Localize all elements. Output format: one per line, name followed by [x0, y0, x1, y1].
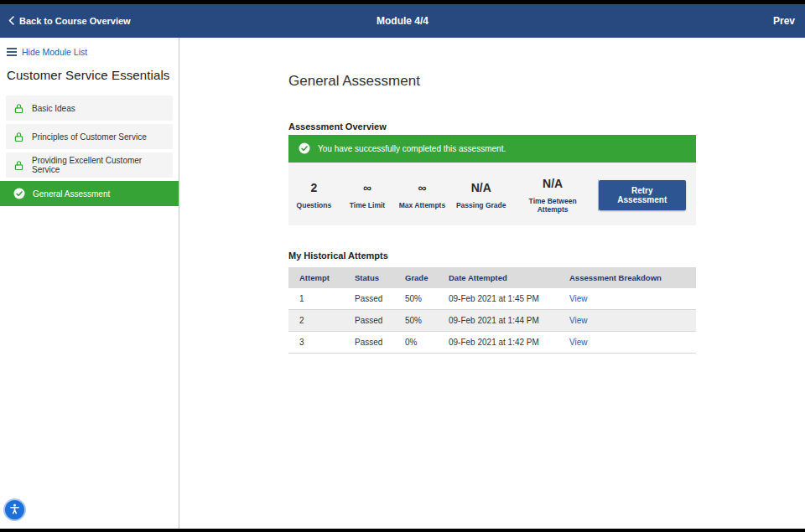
course-title: Customer Service Essentials: [0, 63, 179, 92]
column-header-attempt: Attempt: [288, 267, 344, 288]
cell-date-attempted: 09-Feb 2021 at 1:45 PM: [438, 288, 558, 310]
hide-module-list-button[interactable]: Hide Module List: [0, 38, 179, 63]
cell-status: Passed: [344, 310, 394, 332]
table-row: 2 Passed 50% 09-Feb 2021 at 1:44 PM View: [288, 310, 696, 332]
cell-attempt: 1: [288, 288, 344, 310]
view-breakdown-link[interactable]: View: [569, 316, 588, 325]
cell-status: Passed: [344, 288, 394, 310]
stat-max-attempts: ∞ Max Attempts: [395, 180, 449, 209]
accessibility-button[interactable]: [3, 498, 26, 521]
stat-value: ∞: [340, 180, 395, 196]
stat-label: Max Attempts: [395, 201, 449, 209]
cell-grade: 50%: [394, 310, 438, 332]
sidebar-item-label: Principles of Customer Service: [32, 132, 147, 142]
chevron-left-icon: [8, 16, 14, 27]
bottom-black-strip: [0, 529, 805, 532]
sidebar-item-label: Basic Ideas: [32, 104, 75, 113]
menu-icon: [7, 48, 17, 56]
sidebar-item-providing-excellent[interactable]: Providing Excellent Customer Service: [6, 152, 173, 178]
historical-attempts-heading: My Historical Attempts: [288, 251, 696, 261]
table-header-row: Attempt Status Grade Date Attempted Asse…: [288, 267, 696, 288]
stat-label: Time Between Attempts: [513, 197, 593, 214]
success-banner: You have successfully completed this ass…: [288, 135, 696, 163]
sidebar-item-principles[interactable]: Principles of Customer Service: [6, 124, 173, 149]
stat-passing-grade: N/A Passing Grade: [449, 180, 513, 209]
historical-attempts-table: Attempt Status Grade Date Attempted Asse…: [288, 267, 696, 354]
accessibility-person-icon: [8, 503, 21, 518]
cell-grade: 50%: [394, 288, 438, 310]
column-header-assessment-breakdown: Assessment Breakdown: [558, 267, 696, 288]
column-header-status: Status: [344, 267, 394, 288]
stat-time-limit: ∞ Time Limit: [340, 180, 395, 209]
sidebar-item-label: Providing Excellent Customer Service: [32, 156, 165, 174]
unlock-icon: [13, 132, 24, 142]
back-link-label: Back to Course Overview: [19, 16, 131, 26]
check-circle-icon: [299, 142, 310, 156]
check-circle-icon: [13, 188, 25, 199]
stat-time-between-attempts: N/A Time Between Attempts: [513, 176, 593, 214]
table-row: 1 Passed 50% 09-Feb 2021 at 1:45 PM View: [288, 288, 696, 310]
module-sidebar: Hide Module List Customer Service Essent…: [0, 38, 179, 529]
stat-value: N/A: [513, 176, 593, 192]
page-title: General Assessment: [288, 73, 696, 90]
hide-module-list-label: Hide Module List: [22, 47, 87, 57]
content-area: Hide Module List Customer Service Essent…: [0, 38, 805, 529]
top-navigation-bar: Back to Course Overview Module 4/4 Prev: [0, 4, 805, 38]
assessment-overview-heading: Assessment Overview: [288, 121, 696, 132]
stat-value: ∞: [395, 180, 449, 196]
table-row: 3 Passed 0% 09-Feb 2021 at 1:42 PM View: [288, 332, 696, 354]
stat-label: Time Limit: [340, 201, 395, 209]
unlock-icon: [13, 103, 24, 114]
success-message: You have successfully completed this ass…: [318, 144, 506, 153]
sidebar-item-label: General Assessment: [33, 189, 110, 199]
cell-grade: 0%: [394, 332, 438, 354]
stat-label: Questions: [288, 201, 340, 209]
stat-label: Passing Grade: [449, 201, 513, 209]
cell-date-attempted: 09-Feb 2021 at 1:44 PM: [438, 310, 558, 332]
unlock-icon: [13, 160, 24, 171]
stat-questions: 2 Questions: [288, 180, 340, 209]
view-breakdown-link[interactable]: View: [569, 338, 588, 347]
main-panel: General Assessment Assessment Overview Y…: [179, 38, 805, 529]
sidebar-item-general-assessment[interactable]: General Assessment: [0, 181, 179, 206]
cell-attempt: 3: [288, 332, 344, 354]
assessment-stats-panel: 2 Questions ∞ Time Limit ∞ Max Attempts …: [288, 163, 696, 225]
cell-status: Passed: [344, 332, 394, 354]
retry-assessment-button[interactable]: Retry Assessment: [599, 180, 686, 210]
prev-button[interactable]: Prev: [773, 15, 805, 27]
stat-value: N/A: [449, 180, 513, 196]
back-to-course-overview-link[interactable]: Back to Course Overview: [0, 16, 131, 27]
cell-attempt: 2: [288, 310, 344, 332]
cell-date-attempted: 09-Feb 2021 at 1:42 PM: [438, 332, 558, 354]
column-header-grade: Grade: [394, 267, 438, 288]
column-header-date-attempted: Date Attempted: [438, 267, 558, 288]
view-breakdown-link[interactable]: View: [569, 294, 588, 303]
stat-value: 2: [288, 180, 340, 196]
sidebar-item-basic-ideas[interactable]: Basic Ideas: [6, 96, 173, 121]
